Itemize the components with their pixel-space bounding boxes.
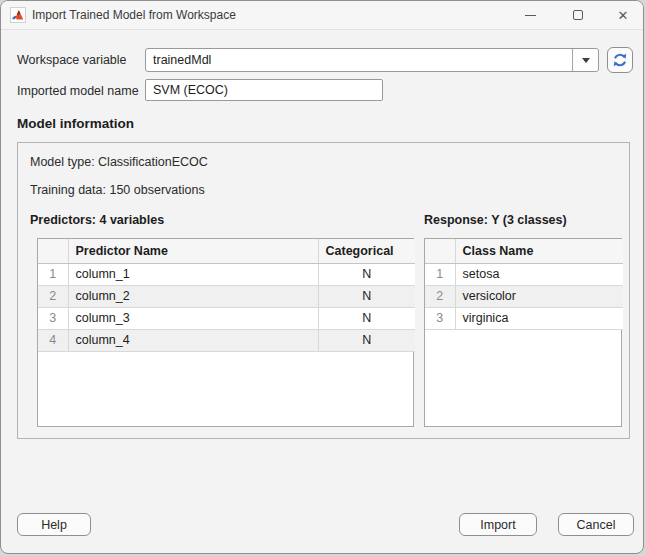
title-bar[interactable]: Import Trained Model from Workspace ✕: [1, 1, 643, 30]
cancel-button[interactable]: Cancel: [558, 513, 634, 536]
minimize-button[interactable]: [508, 1, 552, 29]
maximize-button[interactable]: [556, 1, 600, 29]
import-trained-model-dialog: Import Trained Model from Workspace ✕ Wo…: [0, 0, 644, 554]
table-row[interactable]: 3 column_3 N: [38, 307, 415, 329]
training-data-text: Training data: 150 observations: [30, 183, 205, 197]
row-number-header: [425, 239, 455, 263]
row-number: 3: [425, 307, 455, 329]
table-row[interactable]: 1 setosa: [425, 263, 623, 285]
predictor-name-cell[interactable]: column_4: [68, 329, 318, 351]
combobox-dropdown-button[interactable]: [572, 49, 598, 71]
row-number: 2: [38, 285, 68, 307]
refresh-icon: [612, 52, 628, 68]
class-name-header: Class Name: [455, 239, 623, 263]
categorical-cell[interactable]: N: [318, 307, 415, 329]
class-name-cell[interactable]: versicolor: [455, 285, 623, 307]
close-button[interactable]: ✕: [601, 1, 644, 29]
predictor-name-cell[interactable]: column_2: [68, 285, 318, 307]
imported-model-name-field[interactable]: [145, 79, 383, 101]
row-number: 3: [38, 307, 68, 329]
predictors-table: Predictor Name Categorical 1 column_1 N …: [37, 238, 414, 427]
categorical-header: Categorical: [318, 239, 415, 263]
categorical-cell[interactable]: N: [318, 263, 415, 285]
close-icon: ✕: [618, 8, 629, 23]
table-row[interactable]: 2 versicolor: [425, 285, 623, 307]
minimize-icon: [525, 15, 536, 16]
response-heading: Response: Y (3 classes): [424, 213, 567, 227]
predictors-header-row: Predictor Name Categorical: [38, 239, 415, 263]
maximize-icon: [573, 10, 583, 20]
table-row[interactable]: 2 column_2 N: [38, 285, 415, 307]
row-number: 4: [38, 329, 68, 351]
matlab-app-icon: [10, 7, 26, 23]
model-information-heading: Model information: [17, 116, 134, 131]
predictors-heading: Predictors: 4 variables: [30, 213, 164, 227]
response-header-row: Class Name: [425, 239, 623, 263]
predictor-name-header: Predictor Name: [68, 239, 318, 263]
categorical-cell[interactable]: N: [318, 329, 415, 351]
refresh-workspace-button[interactable]: [607, 47, 633, 73]
class-name-cell[interactable]: setosa: [455, 263, 623, 285]
table-row[interactable]: 3 virginica: [425, 307, 623, 329]
imported-model-name-label: Imported model name: [17, 84, 139, 98]
row-number: 2: [425, 285, 455, 307]
categorical-cell[interactable]: N: [318, 285, 415, 307]
class-name-cell[interactable]: virginica: [455, 307, 623, 329]
help-button[interactable]: Help: [17, 513, 91, 536]
predictor-name-cell[interactable]: column_3: [68, 307, 318, 329]
import-button[interactable]: Import: [459, 513, 537, 536]
response-table: Class Name 1 setosa 2 versicolor 3 virgi…: [424, 238, 622, 427]
predictor-name-cell[interactable]: column_1: [68, 263, 318, 285]
workspace-variable-input[interactable]: [146, 49, 572, 71]
model-type-text: Model type: ClassificationECOC: [30, 155, 208, 169]
workspace-variable-combobox[interactable]: [145, 48, 599, 72]
row-number: 1: [425, 263, 455, 285]
row-number-header: [38, 239, 68, 263]
window-title: Import Trained Model from Workspace: [32, 8, 236, 22]
chevron-down-icon: [582, 58, 590, 63]
model-information-panel: Model type: ClassificationECOC Training …: [17, 142, 630, 439]
imported-model-name-input[interactable]: [146, 80, 382, 100]
workspace-variable-label: Workspace variable: [17, 53, 127, 67]
table-row[interactable]: 4 column_4 N: [38, 329, 415, 351]
table-row[interactable]: 1 column_1 N: [38, 263, 415, 285]
row-number: 1: [38, 263, 68, 285]
